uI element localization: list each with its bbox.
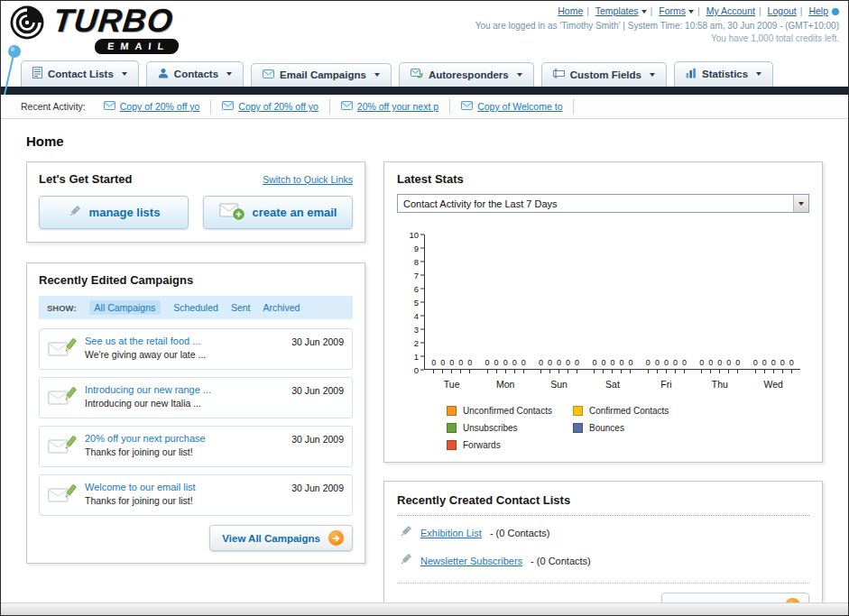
logo-swirl-icon: [10, 5, 50, 44]
chevron-down-icon: [374, 73, 380, 77]
logo-text: TURBO EMAIL: [53, 5, 179, 54]
help-indicator-dot-icon: [832, 8, 839, 15]
campaign-item[interactable]: Welcome to our email list Thanks for joi…: [39, 474, 353, 516]
recent-activity-item[interactable]: Copy of 20% off yo: [211, 99, 330, 114]
create-email-label: create an email: [253, 206, 337, 219]
nav-divider-bar: [1, 87, 848, 95]
arrow-right-icon: [328, 530, 344, 546]
envelope-icon: [104, 101, 115, 112]
footer-strip: [1, 602, 848, 615]
tab-contacts[interactable]: Contacts: [146, 61, 244, 87]
chevron-down-icon: [226, 72, 232, 76]
left-column: Let's Get Started Switch to Quick Links …: [26, 161, 365, 564]
x-axis-label: Mon: [496, 379, 514, 390]
right-column: Latest Stats Contact Activity for the La…: [383, 161, 823, 616]
chart-value-label: 0: [449, 358, 454, 367]
statistics-icon: [686, 68, 697, 80]
recent-activity-item[interactable]: Copy of Welcome to: [450, 99, 574, 114]
y-axis-tick-label: 10: [409, 230, 424, 240]
filter-all-campaigns[interactable]: All Campaigns: [89, 300, 161, 315]
stats-period-select[interactable]: Contact Activity for the Last 7 Days: [397, 194, 809, 213]
chart-value-label: 0: [664, 358, 669, 367]
filter-archived[interactable]: Archived: [263, 302, 300, 313]
legend-swatch: [447, 423, 457, 433]
recent-activity-item[interactable]: 20% off your next p: [330, 99, 450, 114]
chart-plot-area: 00000000000000000000000000000000000: [424, 234, 800, 370]
manage-lists-button[interactable]: manage lists: [39, 196, 189, 229]
tab-contact-lists[interactable]: Contact Lists: [21, 60, 139, 87]
logo-pointer-icon: [3, 44, 23, 100]
x-axis-label: Tue: [444, 379, 460, 390]
recent-campaigns-title: Recently Edited Campaigns: [39, 273, 353, 287]
filter-scheduled[interactable]: Scheduled: [173, 302, 218, 313]
top-link-help[interactable]: Help: [808, 5, 828, 16]
chevron-down-icon: [517, 73, 522, 77]
contact-list-item[interactable]: Exhibition List - (0 Contacts): [397, 516, 809, 544]
top-link-home[interactable]: Home: [558, 5, 583, 16]
select-caret-icon[interactable]: [793, 195, 808, 212]
top-link-forms[interactable]: Forms: [659, 5, 686, 16]
campaign-date: 30 Jun 2009: [291, 336, 344, 347]
chart-value-label: 0: [575, 358, 579, 367]
chart-value-label: 0: [699, 358, 704, 367]
recent-activity-item-label: 20% off your next p: [357, 101, 438, 112]
legend-item: Unsubscribes: [447, 423, 573, 433]
tab-statistics[interactable]: Statistics: [674, 61, 773, 87]
top-link-templates[interactable]: Templates: [595, 5, 639, 16]
chart-x-group: Sun: [532, 370, 586, 390]
campaign-item[interactable]: Introducing our new range ... Introducin…: [39, 377, 353, 418]
campaign-filter-bar: SHOW: All Campaigns Scheduled Sent Archi…: [39, 296, 353, 319]
recent-contact-lists-panel: Recently Created Contact Lists Exhibitio…: [383, 481, 823, 616]
recent-activity-item[interactable]: Copy of 20% off yo: [93, 99, 212, 114]
chart-value-label: 0: [780, 358, 785, 367]
get-started-panel: Let's Get Started Switch to Quick Links …: [26, 161, 365, 243]
top-link-my-account[interactable]: My Account: [706, 5, 755, 16]
chart-value-label: 0: [646, 358, 651, 367]
contact-list-meta: - (0 Contacts): [531, 556, 591, 566]
contact-list-item[interactable]: Newsletter Subscribers - (0 Contacts): [397, 544, 809, 572]
chart-value-label: 0: [592, 358, 596, 367]
custom-fields-icon: [553, 69, 565, 80]
app-logo[interactable]: TURBO EMAIL: [10, 5, 179, 54]
tab-custom-fields[interactable]: Custom Fields: [541, 62, 667, 87]
tab-email-campaigns[interactable]: Email Campaigns: [251, 63, 392, 87]
filter-sent[interactable]: Sent: [231, 302, 251, 313]
campaign-date: 30 Jun 2009: [291, 434, 344, 445]
chart-x-group: Thu: [693, 370, 746, 390]
contact-list-name-link[interactable]: Exhibition List: [420, 528, 482, 538]
y-axis-tick-label: 6: [414, 284, 424, 294]
campaign-item[interactable]: 20% off your next purchase Thanks for jo…: [39, 426, 353, 467]
chart-value-label: 0: [682, 358, 687, 367]
recent-contact-lists-title: Recently Created Contact Lists: [397, 493, 570, 507]
chevron-down-icon: [756, 72, 761, 76]
chart-value-label: 0: [566, 358, 570, 367]
chart-value-group: 00000: [425, 358, 478, 367]
tab-autoresponders[interactable]: Autoresponders: [399, 62, 534, 87]
envelope-pencil-icon: [48, 386, 77, 411]
y-axis-tick-label: 2: [414, 338, 424, 348]
switch-quick-links-link[interactable]: Switch to Quick Links: [263, 174, 353, 185]
chart-value-group: 00000: [747, 358, 800, 367]
chart-value-label: 0: [521, 358, 526, 367]
top-link-logout[interactable]: Logout: [768, 5, 797, 16]
chevron-down-icon: [688, 10, 694, 14]
x-axis-ticks: [648, 370, 685, 373]
recent-activity-item-label: Copy of Welcome to: [477, 101, 562, 112]
chart-value-label: 0: [673, 358, 678, 367]
view-all-campaigns-button[interactable]: View All Campaigns: [209, 525, 353, 551]
chart-value-label: 0: [726, 358, 731, 367]
tab-label: Contact Lists: [48, 69, 114, 79]
stats-chart: 109876543210 000000000000000000000000000…: [401, 234, 800, 390]
manage-lists-label: manage lists: [89, 206, 161, 219]
create-email-button[interactable]: create an email: [203, 196, 353, 229]
campaign-item[interactable]: See us at the retail food ... We're givi…: [39, 328, 353, 370]
chart-value-label: 0: [629, 358, 633, 367]
header: TURBO EMAIL Home| Templates| Forms| My A…: [1, 1, 848, 60]
chart-value-group: 00000: [693, 358, 746, 367]
contact-list-name-link[interactable]: Newsletter Subscribers: [420, 556, 522, 566]
chart-value-label: 0: [789, 358, 794, 367]
chart-value-label: 0: [655, 358, 660, 367]
campaign-subtitle: Thanks for joining our list!: [85, 446, 344, 457]
chart-value-label: 0: [771, 358, 776, 367]
legend-label: Forwards: [463, 440, 501, 450]
